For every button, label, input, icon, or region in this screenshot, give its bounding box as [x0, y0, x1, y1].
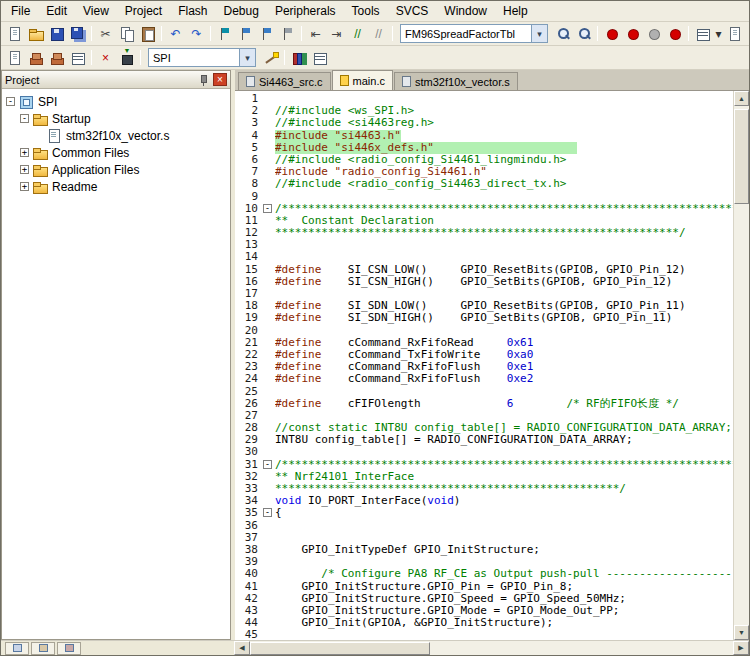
code-text[interactable]: //#include <si4463reg.h>	[275, 117, 733, 129]
fold-collapse-icon[interactable]: -	[263, 204, 272, 213]
find-button[interactable]	[573, 24, 594, 44]
code-text[interactable]: #include "si4463.h"	[275, 130, 733, 142]
tree-expander-icon[interactable]: -	[6, 97, 15, 106]
code-text[interactable]	[275, 93, 733, 105]
tree-expander-icon[interactable]: +	[20, 182, 29, 191]
scroll-right-button[interactable]: ▶	[733, 641, 749, 655]
code-text[interactable]: /***************************************…	[275, 203, 733, 215]
breakpoint-disable-all-button[interactable]	[643, 24, 664, 44]
fold-collapse-icon[interactable]: -	[263, 460, 272, 469]
registers-tab[interactable]	[31, 642, 55, 655]
code-text[interactable]: #define cCommand_RxFifoFlush 0xe1	[275, 361, 733, 373]
menu-item-debug[interactable]: Debug	[216, 2, 267, 20]
fullscreen-button[interactable]	[724, 24, 745, 44]
vertical-scroll-thumb[interactable]	[734, 109, 749, 204]
code-text[interactable]	[275, 325, 733, 337]
menu-item-window[interactable]: Window	[436, 2, 495, 20]
tree-item-stm32f10x-vector-s[interactable]: stm32f10x_vector.s	[2, 127, 230, 144]
code-text[interactable]: INT8U config_table[] = RADIO_CONFIGURATI…	[275, 434, 733, 446]
bookmark-prev-button[interactable]	[235, 24, 256, 44]
code-text[interactable]: #define cCommand_TxFifoWrite 0xa0	[275, 349, 733, 361]
code-text[interactable]: ****************************************…	[275, 483, 733, 495]
tree-item-application-files[interactable]: +Application Files	[2, 161, 230, 178]
breakpoint-kill-all-button[interactable]	[664, 24, 685, 44]
build-target-button[interactable]	[25, 48, 46, 68]
code-text[interactable]: ****************************************…	[275, 227, 733, 239]
code-text[interactable]	[275, 556, 733, 568]
menu-item-help[interactable]: Help	[495, 2, 536, 20]
code-text[interactable]: #include "si446x_defs.h"	[275, 142, 733, 154]
tab-main-c[interactable]: main.c	[332, 70, 393, 90]
bookmark-clear-button[interactable]	[277, 24, 298, 44]
code-text[interactable]: void IO_PORT_InterFace(void)	[275, 495, 733, 507]
window-layout-button[interactable]	[692, 24, 713, 44]
code-text[interactable]: #define SI_CSN_HIGH() GPIO_SetBits(GPIOB…	[275, 276, 733, 288]
window-layout-dropdown[interactable]: ▾	[713, 24, 724, 44]
save-all-button[interactable]	[67, 24, 88, 44]
menu-item-project[interactable]: Project	[117, 2, 170, 20]
breakpoint-toggle-button[interactable]	[601, 24, 622, 44]
code-text[interactable]: //const static INT8U config_table[] = RA…	[275, 422, 733, 434]
bookmark-next-button[interactable]	[256, 24, 277, 44]
code-text[interactable]: {	[275, 507, 733, 519]
menu-item-view[interactable]: View	[75, 2, 117, 20]
tree-item-spi[interactable]: -SPI	[2, 93, 230, 110]
code-text[interactable]: //#include <radio_config_Si4461_lingmind…	[275, 154, 733, 166]
target-combo-dropdown[interactable]: ▾	[239, 49, 255, 66]
horizontal-scrollbar[interactable]: ◀ ▶	[234, 641, 749, 655]
menu-item-flash[interactable]: Flash	[170, 2, 215, 20]
open-file-button[interactable]	[25, 24, 46, 44]
tree-expander-icon[interactable]: +	[20, 148, 29, 157]
scroll-up-button[interactable]: ▲	[734, 91, 749, 106]
tree-item-startup[interactable]: -Startup	[2, 110, 230, 127]
code-text[interactable]: GPIO_InitStructure.GPIO_Pin = GPIO_Pin_8…	[275, 581, 733, 593]
undo-button[interactable]: ↶	[165, 24, 186, 44]
tree-expander-icon[interactable]: -	[20, 114, 29, 123]
code-text[interactable]: #define SI_SDN_LOW() GPIO_ResetBits(GPIO…	[275, 300, 733, 312]
menu-item-tools[interactable]: Tools	[344, 2, 388, 20]
code-text[interactable]: GPIO_InitStructure.GPIO_Mode = GPIO_Mode…	[275, 605, 733, 617]
horizontal-scroll-thumb[interactable]	[250, 642, 430, 655]
files-tab[interactable]	[5, 642, 29, 655]
bookmark-toggle-button[interactable]	[214, 24, 235, 44]
scroll-left-button[interactable]: ◀	[234, 641, 250, 655]
code-text[interactable]: ** Nrf24101_InterFace	[275, 471, 733, 483]
find-in-files-button[interactable]	[552, 24, 573, 44]
batch-build-button[interactable]	[67, 48, 88, 68]
comment-button[interactable]: //	[347, 24, 368, 44]
code-text[interactable]: /***************************************…	[275, 459, 733, 471]
code-text[interactable]	[275, 191, 733, 203]
code-text[interactable]: /* Configure PA8 RF_CE as Output push-pu…	[275, 568, 733, 580]
tree-item-readme[interactable]: +Readme	[2, 178, 230, 195]
code-text[interactable]	[275, 288, 733, 300]
code-text[interactable]	[275, 239, 733, 251]
code-text[interactable]	[275, 629, 733, 640]
code-text[interactable]: GPIO_InitTypeDef GPIO_InitStructure;	[275, 544, 733, 556]
indent-button[interactable]: ⇥	[326, 24, 347, 44]
vertical-scrollbar[interactable]: ▲ ▼	[733, 91, 749, 640]
tree-item-common-files[interactable]: +Common Files	[2, 144, 230, 161]
code-text[interactable]: #define SI_CSN_LOW() GPIO_ResetBits(GPIO…	[275, 264, 733, 276]
code-text[interactable]: //#include <radio_config_Si4463_direct_t…	[275, 178, 733, 190]
pin-panel-button[interactable]	[196, 73, 210, 87]
options-for-target-button[interactable]	[260, 48, 281, 68]
redo-button[interactable]: ↷	[186, 24, 207, 44]
code-text[interactable]: GPIO_Init(GPIOA, &GPIO_InitStructure);	[275, 617, 733, 629]
code-text[interactable]	[275, 520, 733, 532]
menu-item-peripherals[interactable]: Peripherals	[267, 2, 344, 20]
code-text[interactable]: GPIO_InitStructure.GPIO_Speed = GPIO_Spe…	[275, 593, 733, 605]
rebuild-all-button[interactable]	[46, 48, 67, 68]
tab-si4463-src-c[interactable]: Si4463_src.c	[238, 72, 331, 90]
save-button[interactable]	[46, 24, 67, 44]
search-combo[interactable]: FM96SpreadFactorTbl ▾	[400, 24, 548, 43]
translate-file-button[interactable]	[4, 48, 25, 68]
copy-button[interactable]	[116, 24, 137, 44]
paste-button[interactable]	[137, 24, 158, 44]
scrollbar-track[interactable]	[734, 204, 749, 625]
tab-stm32f10x-vector-s[interactable]: stm32f10x_vector.s	[394, 72, 518, 90]
download-flash-button[interactable]	[116, 48, 137, 68]
tree-expander-icon[interactable]: +	[20, 165, 29, 174]
project-window-button[interactable]	[288, 48, 309, 68]
code-text[interactable]	[275, 251, 733, 263]
new-file-button[interactable]	[4, 24, 25, 44]
